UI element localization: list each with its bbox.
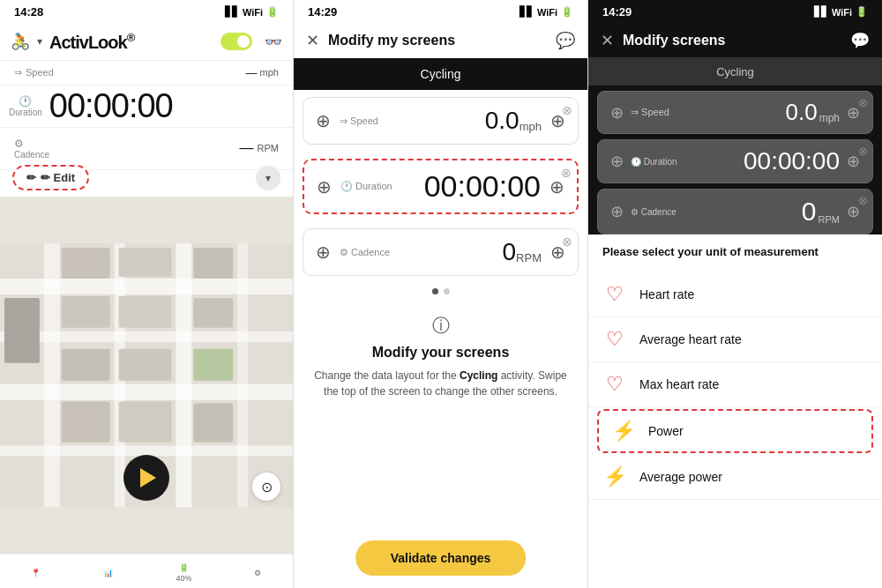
stats-icon: 📊 <box>103 569 113 577</box>
svg-rect-1 <box>0 279 293 294</box>
modify-title-3: Modify screens <box>623 33 725 48</box>
add-left-dur-3[interactable]: ⊕ <box>610 152 624 171</box>
max-heart-rate-item[interactable]: ♡ Max heart rate <box>588 362 882 407</box>
cadence-label: Cadence <box>14 150 49 160</box>
cycling-tab[interactable]: Cycling <box>294 58 587 90</box>
status-bar-1: 14:28 ▋▋ WiFi 🔋 <box>0 0 293 24</box>
heart-rate-label: Heart rate <box>639 287 694 301</box>
svg-rect-5 <box>44 243 60 507</box>
wifi-icon: WiFi <box>243 7 263 18</box>
toggle-switch[interactable] <box>220 33 252 50</box>
settings-icon: ⚙ <box>254 569 261 577</box>
cadence-dash: — <box>240 140 254 156</box>
modify-title: Modify my screens <box>328 33 455 48</box>
duration-card-value: 00:00:00 <box>424 169 541 204</box>
edit-button[interactable]: ✏ ✏ Edit <box>12 165 89 190</box>
dot-2 <box>444 288 450 294</box>
nav-battery[interactable]: 🔋 40% <box>176 563 191 583</box>
svg-rect-2 <box>0 331 293 341</box>
cycling-tab-3[interactable]: Cycling <box>588 58 882 86</box>
dark-header-section: 14:29 ▋▋ WiFi 🔋 ✕ Modify screens 💬 Cycli… <box>588 0 882 234</box>
battery-nav-icon: 🔋 <box>179 563 189 572</box>
add-left-speed-3[interactable]: ⊕ <box>610 103 624 123</box>
battery-icon-3: 🔋 <box>856 6 868 18</box>
nav-map[interactable]: 📍 <box>31 569 41 577</box>
location-button[interactable]: ⊙ <box>252 473 280 501</box>
edit-icon: ✏ <box>26 171 36 184</box>
cadence-card-unit: RPM <box>516 251 542 264</box>
remove-duration-3[interactable]: ⊗ <box>858 145 868 158</box>
activelook-logo: ActivLook® <box>49 31 134 53</box>
svg-rect-13 <box>119 296 172 328</box>
speed-card: ⊕ ⇒ Speed 0.0 mph ⊕ ⊗ <box>303 97 579 145</box>
dot-1 <box>432 288 438 294</box>
speed-metric: ⇒ Speed — mph <box>0 61 293 86</box>
remove-cadence-3[interactable]: ⊗ <box>858 194 868 207</box>
power-label: Power <box>648 424 684 438</box>
remove-cadence[interactable]: ⊗ <box>562 234 572 249</box>
nav-settings[interactable]: ⚙ <box>254 569 261 577</box>
edit-label: ✏ Edit <box>41 171 75 184</box>
bottom-nav: 📍 📊 🔋 40% ⚙ <box>0 554 293 588</box>
speed-card-3: ⊕ ⇒ Speed 0.0 mph ⊕ ⊗ <box>597 91 873 134</box>
nav-stats[interactable]: 📊 <box>103 569 113 577</box>
modify-screens-title: Modify your screens <box>372 345 510 361</box>
cadence-card-label: ⚙ Cadence <box>340 247 390 258</box>
avg-power-item[interactable]: ⚡ Average power <box>588 455 882 500</box>
close-button-3[interactable]: ✕ <box>601 31 614 50</box>
close-button[interactable]: ✕ <box>306 31 319 50</box>
chat-icon-3[interactable]: 💬 <box>850 31 870 50</box>
play-button[interactable] <box>123 455 169 501</box>
add-left-speed[interactable]: ⊕ <box>316 110 331 131</box>
signal-icon: ▋▋ <box>225 6 239 18</box>
cadence-card-value: 0 <box>503 238 517 266</box>
chat-icon[interactable]: 💬 <box>556 31 575 50</box>
svg-rect-11 <box>193 248 233 279</box>
duration-label: Duration <box>9 108 42 117</box>
power-item[interactable]: ⚡ Power <box>597 409 873 453</box>
panel-modify-screens: 14:29 ▋▋ WiFi 🔋 ✕ Modify my screens 💬 Cy… <box>294 0 588 588</box>
remove-duration[interactable]: ⊗ <box>561 166 572 180</box>
cadence-icon: ⚙ <box>14 138 49 150</box>
svg-rect-20 <box>193 403 233 442</box>
max-heart-rate-label: Max heart rate <box>639 377 719 391</box>
time-3: 14:29 <box>602 5 632 19</box>
heart-rate-item[interactable]: ♡ Heart rate <box>588 272 882 317</box>
expand-button[interactable]: ▾ <box>256 166 280 190</box>
add-left-cadence[interactable]: ⊕ <box>316 242 331 263</box>
speed-dash: — <box>246 66 258 79</box>
svg-rect-10 <box>119 248 172 277</box>
dropdown-icon[interactable]: ▾ <box>37 35 42 48</box>
cadence-card: ⊕ ⚙ Cadence 0 RPM ⊕ ⊗ <box>303 228 579 276</box>
status-icons-2: ▋▋ WiFi 🔋 <box>519 6 573 18</box>
menu-list: ♡ Heart rate ♡ Average heart rate ♡ Max … <box>588 272 882 500</box>
speed-icon: ⇒ <box>14 67 22 78</box>
svg-rect-14 <box>193 298 233 328</box>
map-area: ⊙ <box>0 197 293 554</box>
add-left-cad-3[interactable]: ⊕ <box>610 202 624 221</box>
modify-header-3: ✕ Modify screens 💬 <box>588 24 882 58</box>
speed-unit: mph <box>260 67 279 78</box>
remove-speed[interactable]: ⊗ <box>562 103 572 117</box>
cadence-unit: RPM <box>258 143 279 153</box>
svg-rect-21 <box>4 298 40 363</box>
battery-level: 40% <box>176 574 191 583</box>
duration-value: 00:00:00 <box>49 87 173 125</box>
remove-speed-3[interactable]: ⊗ <box>858 96 868 109</box>
svg-rect-17 <box>193 348 233 380</box>
validate-button[interactable]: Validate changes <box>355 540 527 576</box>
power-icon: ⚡ <box>611 420 636 443</box>
avg-heart-rate-icon: ♡ <box>602 328 627 351</box>
add-left-duration[interactable]: ⊕ <box>317 176 332 197</box>
modify-header: ✕ Modify my screens 💬 <box>294 24 587 58</box>
avg-heart-rate-item[interactable]: ♡ Average heart rate <box>588 317 882 362</box>
battery-icon-2: 🔋 <box>561 6 573 18</box>
duration-row: 🕐 Duration 00:00:00 <box>0 86 293 128</box>
signal-icon-3: ▋▋ <box>814 6 828 18</box>
svg-rect-3 <box>0 383 293 399</box>
speed-value-3: 0.0 <box>786 99 818 126</box>
time-2: 14:29 <box>308 5 337 19</box>
heart-rate-icon: ♡ <box>602 283 627 306</box>
duration-label-3: 🕐 Duration <box>631 157 677 167</box>
svg-rect-18 <box>62 401 110 442</box>
